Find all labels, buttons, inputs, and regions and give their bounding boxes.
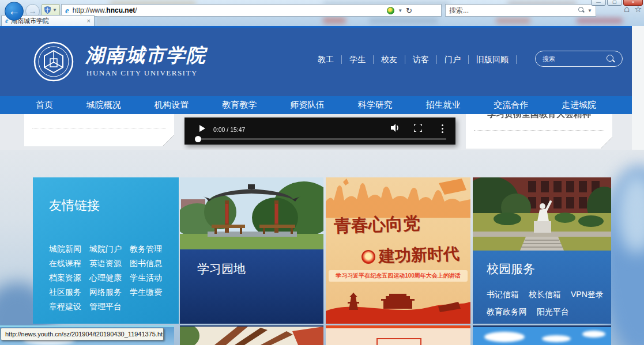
dotted-divider: [474, 130, 604, 131]
crowd-silhouette: [326, 177, 470, 218]
quick-link-old-site[interactable]: 旧版回顾: [469, 55, 517, 64]
ie-page-icon: e: [65, 6, 69, 16]
video-player[interactable]: 0:00 / 15:47: [184, 117, 455, 145]
site-search-box[interactable]: 搜索: [535, 51, 623, 67]
nav-item-overview[interactable]: 城院概况: [86, 100, 121, 111]
study-garden-title: 学习园地: [197, 261, 246, 277]
close-button[interactable]: ×: [623, 0, 643, 6]
university-name-en: HUNAN CITY UNIVERSITY: [86, 69, 198, 78]
nav-item-campus-tour[interactable]: 走进城院: [562, 100, 596, 111]
url-text: http://www.hncu.net/: [73, 6, 387, 14]
tab-row: e 湖南城市学院 ×: [0, 15, 644, 26]
screenshot-root: ← → ▼ e http://www.hncu.net/ ▼ ↻ 搜索...: [0, 0, 644, 345]
news-card-left[interactable]: [24, 114, 174, 146]
nav-item-home[interactable]: 首页: [36, 100, 53, 111]
link-campus-news[interactable]: 城院新闻: [49, 242, 89, 256]
progress-handle[interactable]: [195, 136, 201, 142]
study-garden-panel[interactable]: 学习园地: [180, 177, 323, 324]
nav-item-faculty[interactable]: 师资队伍: [290, 100, 325, 111]
minimize-button[interactable]: —: [591, 0, 606, 6]
back-button[interactable]: ←: [5, 2, 24, 21]
status-url-tooltip: http://news.youth.cn/sz/201904/t20190430…: [1, 328, 164, 340]
nav-item-research[interactable]: 科学研究: [358, 100, 393, 111]
refresh-button[interactable]: ↻: [406, 6, 412, 15]
close-tab-icon[interactable]: ×: [87, 17, 91, 24]
search-icon[interactable]: [606, 54, 615, 63]
chevron-down-icon[interactable]: ▼: [398, 8, 402, 13]
more-options-icon[interactable]: [442, 124, 443, 135]
search-icon[interactable]: [578, 7, 585, 14]
link-vpn-login[interactable]: VPN登录: [571, 290, 604, 300]
link-student-payment[interactable]: 学生缴费: [130, 285, 170, 299]
nav-item-admissions[interactable]: 招生就业: [426, 100, 461, 111]
quick-link-students[interactable]: 学生: [342, 55, 374, 64]
poster-headline-2: 建功新时代: [378, 243, 460, 268]
link-network-service[interactable]: 网络服务: [89, 285, 130, 299]
link-community-service[interactable]: 社区服务: [49, 285, 89, 299]
clipped-headline: 学习贯彻全国教育大会精神: [466, 114, 612, 119]
link-archives[interactable]: 档案资源: [49, 271, 89, 285]
quick-link-alumni[interactable]: 校友: [374, 55, 405, 64]
campus-links-row2: 教育政务网 阳光平台: [487, 307, 569, 317]
friend-links-grid: 城院新闻 城院门户 教务管理 在线课程 英语资源 图书信息 档案资源 心理健康 …: [49, 242, 170, 314]
safe-browsing-icon[interactable]: [387, 7, 394, 14]
link-charter[interactable]: 章程建设: [49, 299, 89, 314]
header-quick-links: 教工 学生 校友 访客 门户 旧版回顾: [310, 55, 517, 64]
nav-item-organization[interactable]: 机构设置: [155, 100, 189, 111]
link-secretary-mailbox[interactable]: 书记信箱: [487, 290, 519, 300]
link-sunshine-platform[interactable]: 阳光平台: [537, 307, 569, 317]
link-campus-portal[interactable]: 城院门户: [89, 242, 130, 256]
bottom-tile-poster-next[interactable]: [326, 325, 470, 345]
nav-item-education[interactable]: 教育教学: [222, 100, 257, 111]
link-english-resources[interactable]: 英语资源: [89, 256, 130, 271]
link-academic-admin[interactable]: 教务管理: [130, 242, 170, 256]
campus-services-panel: 校园服务 书记信箱 校长信箱 VPN登录 教育政务网 阳光平台: [473, 177, 611, 324]
webpage-viewport: 湖南城市学院 HUNAN CITY UNIVERSITY 教工 学生 校友 访客…: [0, 26, 644, 345]
fullscreen-icon[interactable]: [414, 124, 422, 132]
compatibility-view-button[interactable]: ▼: [42, 4, 60, 16]
shield-icon: [44, 6, 51, 14]
chevron-down-icon[interactable]: ▼: [587, 8, 592, 13]
poster-subtitle: 学习习近平在纪念五四运动100周年大会上的讲话: [329, 270, 468, 282]
nav-item-cooperation[interactable]: 交流合作: [494, 100, 528, 111]
site-search-placeholder: 搜索: [543, 55, 606, 63]
news-card-right[interactable]: 学习贯彻全国教育大会精神: [466, 114, 612, 149]
link-management-platform[interactable]: 管理平台: [89, 299, 130, 314]
play-button[interactable]: [199, 125, 205, 132]
new-tab-button[interactable]: [97, 16, 110, 26]
youth-day-poster[interactable]: 青春心向党 建功新时代 学习习近平在纪念五四运动100周年大会上的讲话: [326, 177, 470, 324]
video-progress-bar[interactable]: [196, 138, 446, 140]
link-president-mailbox[interactable]: 校长信箱: [529, 290, 561, 300]
link-online-courses[interactable]: 在线课程: [49, 256, 89, 271]
university-logo[interactable]: [33, 41, 74, 82]
link-library-info[interactable]: 图书信息: [130, 256, 170, 271]
statue-photo: [473, 177, 611, 251]
link-education-gov[interactable]: 教育政务网: [487, 307, 527, 317]
link-student-activities[interactable]: 学生活动: [130, 271, 170, 285]
main-navigation: 首页 城院概况 机构设置 教育教学 师资队伍 科学研究 招生就业 交流合作 走进…: [0, 96, 632, 114]
browser-nav-row: ← → ▼ e http://www.hncu.net/ ▼ ↻ 搜索...: [0, 0, 644, 16]
quick-link-portal[interactable]: 门户: [437, 55, 469, 64]
browser-search-placeholder: 搜索...: [449, 6, 578, 16]
friend-links-title: 友情链接: [49, 197, 100, 214]
university-name-zh: 湖南城市学院: [85, 43, 206, 69]
chevron-down-icon: ▼: [52, 7, 57, 13]
maximize-button[interactable]: ▢: [607, 0, 622, 6]
quick-link-visitors[interactable]: 访客: [405, 55, 437, 64]
pavilion-photo: [180, 177, 323, 249]
bottom-tile-sky-right[interactable]: [473, 325, 611, 345]
browser-chrome: ← → ▼ e http://www.hncu.net/ ▼ ↻ 搜索...: [0, 0, 644, 26]
campus-services-label: 校园服务 书记信箱 校长信箱 VPN登录 教育政务网 阳光平台: [473, 251, 611, 324]
study-garden-label[interactable]: 学习园地: [180, 249, 323, 324]
site-header: 湖南城市学院 HUNAN CITY UNIVERSITY 教工 学生 校友 访客…: [0, 28, 632, 96]
dotted-divider: [32, 128, 166, 128]
volume-icon[interactable]: [391, 124, 400, 132]
background-right-strip: [632, 26, 644, 151]
bottom-tile-pavilion-eaves[interactable]: [180, 325, 323, 345]
cloud-decoration: [484, 332, 525, 342]
quick-link-staff[interactable]: 教工: [310, 55, 342, 64]
eaves-decoration: [180, 327, 323, 345]
link-mental-health[interactable]: 心理健康: [89, 271, 130, 285]
campus-links-row1: 书记信箱 校长信箱 VPN登录: [487, 290, 604, 300]
poster-headline-1: 青春心向党: [333, 211, 420, 238]
